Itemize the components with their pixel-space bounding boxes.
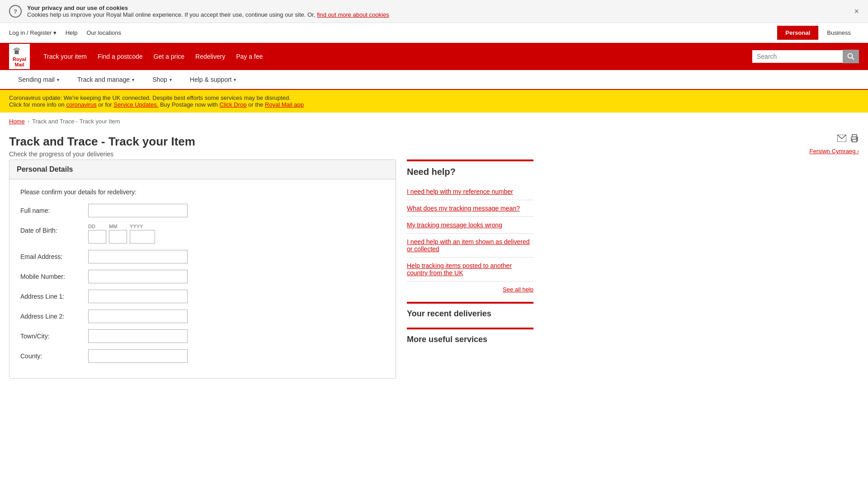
address1-row: Address Line 1: <box>20 290 385 303</box>
address2-label: Address Line 2: <box>20 310 88 320</box>
track-item-link[interactable]: Track your item <box>43 53 87 60</box>
help-link-delivered-collected[interactable]: I need help with an item shown as delive… <box>407 234 533 258</box>
county-row: County: <box>20 349 385 363</box>
cookie-close-button[interactable]: × <box>854 7 859 16</box>
service-updates-link[interactable]: Service Updates. <box>113 101 158 108</box>
full-name-label: Full name: <box>20 204 88 214</box>
see-all-help-link[interactable]: See all help <box>407 286 533 293</box>
alert-prefix: Click for more info on <box>9 101 65 108</box>
logo[interactable]: ♛ RoyalMail <box>9 44 30 69</box>
search-container <box>752 50 859 63</box>
click-drop-link[interactable]: Click Drop <box>219 101 246 108</box>
alert-main-text: Coronavirus update: We're keeping the UK… <box>9 94 859 101</box>
chevron-down-icon: ▾ <box>170 77 172 82</box>
print-icon-button[interactable] <box>850 134 859 145</box>
pay-fee-link[interactable]: Pay a fee <box>236 53 263 60</box>
breadcrumb: Home › Track and Trace - Track your Item <box>0 113 868 130</box>
recent-deliveries-section: Your recent deliveries <box>407 302 533 319</box>
chevron-down-icon: ▾ <box>57 77 59 82</box>
dob-year-input[interactable] <box>130 230 155 244</box>
svg-point-5 <box>856 138 857 139</box>
county-input[interactable] <box>88 349 188 363</box>
dob-yyyy-label: YYYY <box>130 224 155 229</box>
breadcrumb-current: Track and Trace - Track your Item <box>32 118 120 125</box>
town-input[interactable] <box>88 329 188 343</box>
mobile-input[interactable] <box>88 270 188 283</box>
action-icons <box>837 134 859 148</box>
mobile-label: Mobile Number: <box>20 270 88 280</box>
help-link-tracking-message-wrong[interactable]: My tracking message looks wrong <box>407 217 533 234</box>
redelivery-link[interactable]: Redelivery <box>195 53 225 60</box>
alert-or-text2: or the <box>248 101 263 108</box>
chevron-down-icon: ▾ <box>132 77 134 82</box>
recent-deliveries-title: Your recent deliveries <box>407 309 533 319</box>
address1-label: Address Line 1: <box>20 290 88 300</box>
fersiwn-cymraeg-link[interactable]: Fersiwn Cymraeg <box>810 148 856 155</box>
cookie-link[interactable]: find out more about cookies <box>317 11 389 18</box>
email-input[interactable] <box>88 250 188 263</box>
email-label: Email Address: <box>20 250 88 260</box>
print-icon <box>850 134 859 143</box>
need-help-section: Need help? I need help with my reference… <box>407 160 533 293</box>
cookie-text: Cookies help us improve your Royal Mail … <box>27 11 315 18</box>
coronavirus-link[interactable]: coronavirus <box>66 101 96 108</box>
personal-button[interactable]: Personal <box>777 26 818 40</box>
svg-line-1 <box>852 58 854 60</box>
dob-mm-label: MM <box>109 224 127 229</box>
full-name-row: Full name: <box>20 204 385 217</box>
help-link-reference[interactable]: I need help with my reference number <box>407 183 533 200</box>
cookie-icon: ? <box>9 5 22 18</box>
search-input[interactable] <box>752 50 843 63</box>
search-button[interactable] <box>843 50 859 63</box>
need-help-title: Need help? <box>407 167 533 177</box>
login-register-link[interactable]: Log in / Register ▾ <box>9 29 57 36</box>
dob-month-input[interactable] <box>109 230 127 244</box>
cookie-title: Your privacy and our use of cookies <box>27 5 389 11</box>
chevron-down-icon: ▾ <box>53 29 57 36</box>
search-icon <box>847 53 854 60</box>
town-row: Town/City: <box>20 329 385 343</box>
dob-dd-label: DD <box>88 224 106 229</box>
get-price-link[interactable]: Get a price <box>154 53 184 60</box>
nav-sending-mail[interactable]: Sending mail ▾ <box>9 70 68 89</box>
email-icon <box>837 135 846 142</box>
business-button[interactable]: Business <box>818 26 859 40</box>
breadcrumb-home[interactable]: Home <box>9 118 25 125</box>
help-link-international[interactable]: Help tracking items posted to another co… <box>407 258 533 282</box>
form-card: Personal Details Please confirm your det… <box>9 160 396 379</box>
page-content: Personal Details Please confirm your det… <box>0 160 542 392</box>
page-title: Track and Trace - Track your Item <box>9 135 195 149</box>
main-header: ♛ RoyalMail Track your item Find a postc… <box>0 43 868 70</box>
top-nav: Log in / Register ▾ Help Our locations P… <box>0 23 868 43</box>
cookie-banner: ? Your privacy and our use of cookies Co… <box>0 0 868 23</box>
email-row: Email Address: <box>20 250 385 263</box>
form-intro: Please confirm your details for redelive… <box>20 188 385 196</box>
help-link[interactable]: Help <box>66 29 78 36</box>
header-links: Track your item Find a postcode Get a pr… <box>43 53 263 60</box>
locations-link[interactable]: Our locations <box>86 29 121 36</box>
main-form-area: Personal Details Please confirm your det… <box>9 160 396 379</box>
town-label: Town/City: <box>20 329 88 340</box>
full-name-input[interactable] <box>88 204 188 217</box>
email-icon-button[interactable] <box>837 134 846 145</box>
more-services-title: More useful services <box>407 335 533 344</box>
help-link-tracking-message-mean[interactable]: What does my tracking message mean? <box>407 200 533 217</box>
nav-help-support[interactable]: Help & support ▾ <box>181 70 245 89</box>
page-subtitle: Check the progress of your deliveries <box>9 150 195 158</box>
crown-icon: ♛ <box>13 46 26 56</box>
svg-point-0 <box>848 54 853 58</box>
secondary-nav: Sending mail ▾ Track and manage ▾ Shop ▾… <box>0 70 868 90</box>
alert-buy-postage: Buy Postage now with <box>160 101 218 108</box>
nav-track-manage[interactable]: Track and manage ▾ <box>68 70 143 89</box>
nav-shop[interactable]: Shop ▾ <box>143 70 181 89</box>
find-postcode-link[interactable]: Find a postcode <box>98 53 143 60</box>
mobile-row: Mobile Number: <box>20 270 385 283</box>
royal-mail-app-link[interactable]: Royal Mail app <box>265 101 304 108</box>
address1-input[interactable] <box>88 290 188 303</box>
page-header: Track and Trace - Track your Item Check … <box>9 130 204 160</box>
dob-day-input[interactable] <box>88 230 106 244</box>
address2-input[interactable] <box>88 310 188 323</box>
county-label: County: <box>20 349 88 360</box>
alert-or-text: or for <box>98 101 112 108</box>
chevron-down-icon: ▾ <box>234 77 236 82</box>
